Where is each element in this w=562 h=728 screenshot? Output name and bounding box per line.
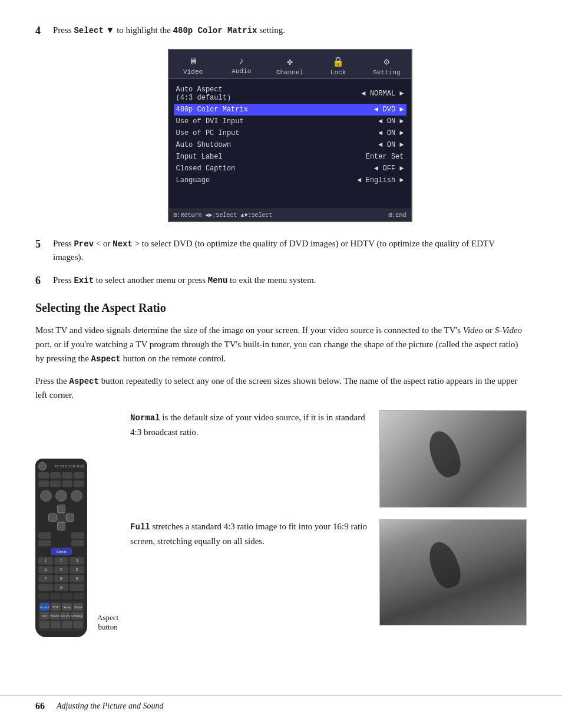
num-6[interactable]: 6	[70, 566, 84, 574]
remote-circle-1[interactable]	[40, 490, 52, 502]
remote-circle-2[interactable]	[55, 490, 67, 502]
bottom-r2[interactable]	[51, 621, 61, 628]
bottom-btn-2[interactable]	[50, 593, 61, 599]
language-value: ◄ English ►	[357, 176, 404, 185]
step-6-row: 6 Press Exit to select another menu or p…	[35, 274, 527, 287]
para2: Press the Aspect button repeatedly to se…	[35, 374, 527, 402]
step-6-number: 6	[35, 274, 53, 287]
unsharp-btn[interactable]: UnSharp	[71, 612, 83, 620]
step4-text-after: setting.	[257, 25, 285, 35]
num-9[interactable]: 9	[70, 575, 84, 582]
remote-circle-3[interactable]	[71, 490, 82, 502]
remote-btn-4[interactable]	[74, 472, 84, 479]
num-7[interactable]: 7	[38, 575, 53, 582]
remote-btn-grid-2	[38, 480, 84, 487]
remote-right-btns	[71, 532, 84, 546]
bottom-r1[interactable]	[39, 621, 49, 628]
num-8[interactable]: 8	[54, 575, 69, 582]
onpix-btn[interactable]: On Pix	[61, 612, 70, 620]
num-1[interactable]: 1	[38, 557, 53, 565]
para2-start: Press the	[35, 376, 70, 386]
menu-row-language: Language ◄ English ►	[176, 174, 404, 186]
remote-btn-6[interactable]	[50, 480, 61, 487]
para1: Most TV and video signals determine the …	[35, 323, 527, 365]
aspect-btn-highlight[interactable]: Aspect	[39, 603, 49, 611]
cc-label: Closed Caption	[176, 164, 375, 173]
nav-right[interactable]	[66, 513, 74, 522]
remote-side-r1[interactable]	[71, 532, 84, 539]
para1-start: Most TV and video signals determine the …	[35, 325, 463, 335]
handle-btn[interactable]: Handle	[50, 612, 59, 620]
pdf-btn[interactable]: PDF	[51, 603, 61, 611]
step-4-row: 4 Press Select ▼ to highlight the 480p C…	[35, 24, 527, 37]
tv-menu-tabs: 🖥 Video ♪ Audio ✤ Channel 🔒 Lock ⚙ S	[169, 50, 411, 79]
aspect-right: Normal is the default size of your video…	[130, 410, 527, 637]
ski-photo-1	[380, 411, 526, 507]
remote-btn-5[interactable]	[38, 480, 49, 487]
auto-aspect-line1: Auto Aspect	[176, 85, 362, 94]
menu-row-input-label: Input Label Enter Set	[176, 151, 404, 163]
nav-down[interactable]	[57, 522, 65, 531]
lock-icon: 🔒	[315, 56, 361, 68]
cc-value: ◄ OFF ►	[374, 164, 404, 173]
step-6-text: Press Exit to select another menu or pre…	[53, 274, 527, 287]
remote-aspect-row-3	[39, 621, 83, 628]
tv-tab-audio: ♪ Audio	[217, 54, 266, 78]
video-icon: 🖥	[170, 56, 216, 67]
tv-menu-footer: ⊞:Return ◄►:Select ▲▼:Select ⊞:End	[169, 209, 411, 221]
aspect-label-line1: Aspect	[97, 613, 118, 622]
normal-label: Normal	[130, 413, 160, 423]
nav-center[interactable]	[57, 513, 66, 522]
para1-end2: button on the remote control.	[121, 354, 226, 363]
step-5-text: Press Prev < or Next > to select DVD (to…	[53, 237, 527, 264]
step4-select: Select	[74, 26, 103, 35]
num-2[interactable]: 2	[54, 557, 69, 565]
num-4[interactable]: 4	[38, 566, 53, 574]
page-footer-title: Adjusting the Picture and Sound	[57, 701, 163, 711]
nav-up[interactable]	[57, 505, 65, 513]
remote-btn-1[interactable]	[38, 472, 49, 479]
step6-menu: Menu	[208, 276, 228, 285]
remote-btn-7[interactable]	[62, 480, 72, 487]
remote-btn-8[interactable]	[74, 480, 84, 487]
step6-press: Press	[53, 275, 74, 285]
num-misc[interactable]	[70, 584, 84, 591]
remote-aspect-row-1: Aspect PDF Swap Share	[39, 603, 83, 611]
remote-select-area: Select	[38, 548, 84, 555]
num-dash[interactable]: -	[38, 584, 53, 591]
share-btn[interactable]: Share	[73, 603, 83, 611]
menu-row-auto-aspect: Auto Aspect (4:3 default) ◄ NORMAL ►	[176, 84, 404, 104]
power-button[interactable]	[38, 462, 47, 470]
shutdown-label: Auto Shutdown	[176, 141, 379, 149]
num-3[interactable]: 3	[70, 557, 84, 565]
remote-side-l2[interactable]	[38, 540, 51, 546]
remote-indicators: TVSTBVCRDVD	[54, 465, 84, 468]
nav-left[interactable]	[48, 513, 57, 522]
page-number: 66	[35, 701, 45, 711]
swap-btn[interactable]: Swap	[62, 603, 72, 611]
select-button[interactable]: Select	[51, 548, 72, 555]
step5-lt: < or	[94, 239, 113, 248]
num-0[interactable]: 0	[54, 584, 69, 591]
para1-or: or	[483, 325, 495, 335]
remote-side-r2[interactable]	[71, 540, 84, 546]
bottom-r4[interactable]	[73, 621, 83, 628]
remote-btn-3[interactable]	[62, 472, 72, 479]
bottom-btn-3[interactable]	[62, 593, 72, 599]
remote-body: TVSTBVCRDVD	[35, 459, 87, 637]
remote-bottom-btns	[38, 593, 84, 599]
para2-end: button repeatedly to select any one of t…	[35, 376, 518, 400]
ski-image-1	[379, 410, 527, 508]
aspect-section: TVSTBVCRDVD	[35, 410, 527, 637]
bottom-btn-4[interactable]	[74, 593, 84, 599]
remote-aspect-row-2: Still Handle On Pix UnSharp	[39, 612, 83, 620]
input-label-label: Input Label	[176, 153, 366, 161]
num-5[interactable]: 5	[54, 566, 69, 574]
remote-side-l1[interactable]	[38, 532, 51, 539]
remote-top-row: TVSTBVCRDVD	[38, 462, 84, 470]
bottom-btn-1[interactable]	[38, 593, 49, 599]
still-btn[interactable]: Still	[39, 612, 49, 620]
remote-btn-2[interactable]	[50, 472, 61, 479]
step-5-row: 5 Press Prev < or Next > to select DVD (…	[35, 237, 527, 264]
bottom-r3[interactable]	[62, 621, 72, 628]
